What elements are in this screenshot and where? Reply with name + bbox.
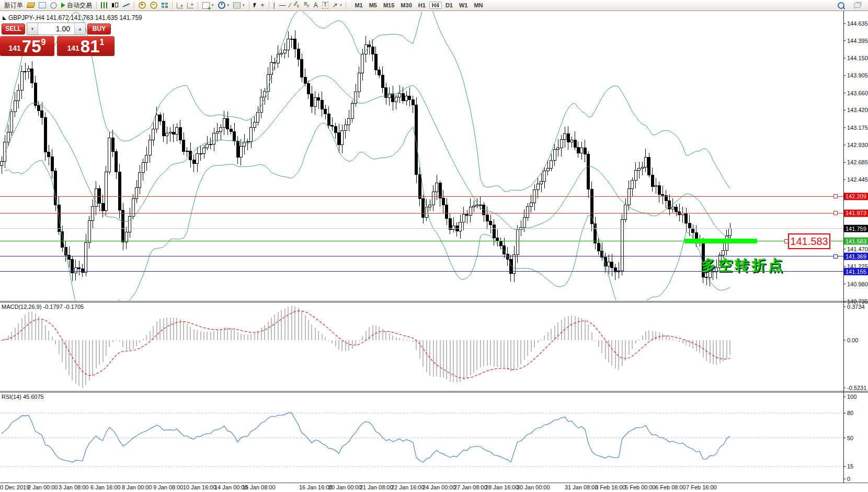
volume-decrease-button[interactable]: ▼ [27, 23, 38, 35]
periods-button[interactable]: ▾ [216, 1, 232, 10]
one-click-trading-panel: SELL ▼ 1.00 ▲ BUY 141 75 9 141 81 1 [0, 22, 115, 56]
horizontal-line-icon[interactable]: — [277, 1, 288, 10]
timeframe-h4[interactable]: H4 [429, 2, 442, 9]
timeframe-d1[interactable]: D1 [443, 2, 455, 9]
bar-chart-icon [101, 2, 107, 8]
indicators-list-button[interactable]: ▾ [200, 1, 216, 10]
line-handle[interactable] [833, 254, 837, 258]
crosshair-icon: + [261, 2, 265, 8]
market-watch-icon [27, 3, 35, 8]
arrows-icon: ↗ [333, 2, 338, 8]
svg-text:8 Jan 00:00: 8 Jan 00:00 [122, 484, 152, 490]
time-axis[interactable]: 0 Dec 20192 Jan 00:003 Jan 08:006 Jan 16… [0, 484, 717, 490]
price-callout-label[interactable]: 141.583 [788, 233, 830, 249]
tile-windows-icon[interactable] [159, 1, 170, 10]
trendline-icon[interactable]: ∕ [288, 1, 293, 10]
sell-button[interactable]: SELL [2, 24, 25, 35]
chart-shift-icon[interactable] [185, 1, 196, 10]
svg-text:5 Feb 00:00: 5 Feb 00:00 [625, 484, 656, 490]
fibonacci-icon: ≡F [303, 1, 309, 9]
candlestick-chart-icon [111, 2, 119, 8]
price-axis[interactable]: 144.635144.395144.150143.905143.660143.4… [843, 20, 868, 482]
text-icon[interactable]: A [312, 1, 320, 10]
svg-text:141.583: 141.583 [846, 238, 866, 244]
quote-buttons-row: SELL ▼ 1.00 ▲ BUY [0, 22, 115, 36]
timeframe-mn[interactable]: MN [471, 2, 485, 9]
arrows-icon[interactable]: ↗▾ [330, 1, 344, 10]
text-label-icon[interactable]: T [320, 1, 330, 10]
svg-text:143.905: 143.905 [847, 72, 868, 79]
svg-text:141.369: 141.369 [846, 253, 866, 260]
line-handle[interactable] [784, 239, 788, 243]
candlestick-series [1, 30, 732, 286]
svg-text:140.980: 140.980 [847, 281, 868, 287]
sell-price-button[interactable]: 141 75 9 [0, 36, 54, 56]
sell-price-point: 9 [41, 38, 46, 47]
panel-frames [0, 11, 868, 483]
buy-price-button[interactable]: 141 81 1 [57, 36, 115, 56]
timeframe-m15[interactable]: M15 [381, 2, 397, 9]
toolbar-separator [269, 2, 269, 9]
timeframe-w1[interactable]: W1 [456, 2, 471, 9]
cursor-icon[interactable] [252, 1, 259, 10]
line-chart-icon[interactable] [121, 1, 132, 10]
volume-input[interactable]: 1.00 [38, 23, 74, 35]
svg-text:9 Jan 08:00: 9 Jan 08:00 [153, 484, 184, 490]
zoom-in-icon[interactable] [136, 1, 148, 10]
chart-window-icon[interactable] [37, 1, 48, 10]
svg-text:16 Jan 16:00: 16 Jan 16:00 [299, 484, 333, 490]
search-button[interactable] [836, 1, 847, 10]
auto-trading-button[interactable]: 自动交易 [59, 1, 94, 10]
auto-scroll-icon[interactable] [175, 1, 185, 10]
zoom-out-icon[interactable] [148, 1, 159, 10]
chart-canvas[interactable]: 144.635144.395144.150143.905143.660143.4… [0, 0, 868, 492]
thick-trend-segment[interactable] [684, 239, 757, 243]
svg-text:141.155: 141.155 [846, 269, 866, 275]
bar-chart-icon[interactable] [99, 1, 109, 10]
indicators-list-button [202, 2, 210, 9]
equidistant-channel-icon[interactable]: ∕∕E [293, 1, 302, 10]
timeframe-m30[interactable]: M30 [398, 2, 414, 9]
vertical-line-icon[interactable]: | [271, 1, 277, 10]
svg-text:143.420: 143.420 [847, 107, 868, 113]
tile-windows-icon [162, 3, 168, 8]
svg-text:141.973: 141.973 [846, 210, 866, 216]
svg-text:3 Jan 08:00: 3 Jan 08:00 [59, 484, 89, 490]
timeframe-h1[interactable]: H1 [416, 2, 428, 9]
chat-button[interactable] [852, 1, 863, 10]
templates-button[interactable]: ▾ [231, 1, 247, 10]
svg-text:50: 50 [847, 435, 853, 441]
dropdown-arrow-icon: ▾ [227, 3, 230, 7]
svg-text:6 Feb 08:00: 6 Feb 08:00 [655, 484, 686, 490]
signals-icon[interactable] [48, 1, 59, 10]
svg-text:141.470: 141.470 [847, 246, 868, 252]
crosshair-icon[interactable]: + [259, 1, 267, 10]
terminal-window: 新订单自动交易▾▾▾+|—∕∕∕E≡FAT↗▾M1M5M15M30H1H4D1W… [0, 0, 868, 492]
svg-text:142.445: 142.445 [847, 176, 868, 183]
auto-trading-icon [61, 3, 65, 8]
rsi-level-lines [0, 413, 843, 466]
svg-text:100: 100 [847, 394, 856, 400]
line-handle[interactable] [833, 195, 837, 198]
new-order-button-label: 新订单 [4, 1, 23, 10]
volume-increase-button[interactable]: ▲ [74, 23, 85, 35]
svg-text:142.209: 142.209 [846, 193, 866, 199]
volume-stepper: ▼ 1.00 ▲ [27, 23, 86, 35]
line-handle[interactable] [833, 211, 837, 215]
chart-shift-icon [187, 3, 193, 8]
new-order-button[interactable]: 新订单 [2, 1, 25, 10]
timeframe-m5[interactable]: M5 [367, 2, 380, 9]
macd-indicator-label: MACD(12,26,9) -0.1797 -0.1705 [2, 304, 84, 310]
buy-price-big-figure: 141 [67, 44, 79, 52]
buy-button[interactable]: BUY [87, 24, 111, 35]
fibonacci-icon[interactable]: ≡F [301, 1, 311, 10]
svg-text:21 Jan 08:00: 21 Jan 08:00 [360, 484, 393, 490]
candlestick-chart-icon[interactable] [109, 1, 121, 10]
svg-text:27 Jan 08:00: 27 Jan 08:00 [454, 484, 487, 490]
svg-text:0.3734: 0.3734 [847, 304, 865, 310]
timeframe-m1[interactable]: M1 [352, 2, 365, 9]
turning-point-annotation[interactable]: 多空转折点 [701, 255, 785, 275]
svg-text:30 Jan 00:00: 30 Jan 00:00 [517, 484, 550, 490]
svg-text:142.930: 142.930 [847, 142, 868, 148]
market-watch-icon[interactable] [25, 1, 37, 10]
